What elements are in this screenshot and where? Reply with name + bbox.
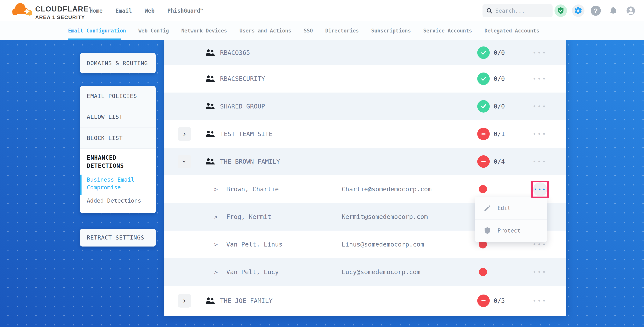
row-menu-button[interactable]: •••: [528, 103, 552, 110]
chevron-right-icon: ›: [183, 297, 186, 305]
help-icon[interactable]: ?: [590, 4, 602, 17]
row-menu-button-open[interactable]: •••: [533, 182, 547, 196]
group-name: THE JOE FAMILY: [220, 297, 272, 305]
group-icon: [205, 49, 214, 56]
enhanced-detections-title: ENHANCED DETECTIONS: [87, 154, 141, 170]
menu-item-protect[interactable]: Protect: [475, 219, 547, 242]
table-row[interactable]: › TEST TEAM SITE 0/1 •••: [164, 120, 566, 148]
tab-sso[interactable]: SSO: [304, 28, 313, 34]
enhanced-detections-section: ENHANCED DETECTIONS Business Email Compr…: [80, 149, 156, 213]
user-email: Lucy@somedemocorp.com: [342, 268, 420, 276]
group-name: TEST TEAM SITE: [220, 130, 272, 138]
expand-button[interactable]: ›: [178, 127, 191, 141]
protection-count: 0/0: [494, 49, 505, 56]
retract-settings-label: RETRACT SETTINGS: [87, 234, 144, 241]
ellipsis-icon: •••: [533, 298, 547, 304]
status-ok-badge: [477, 46, 490, 59]
user-name: Van Pelt, Lucy: [226, 268, 279, 276]
group-name: THE BROWN FAMILY: [220, 158, 280, 165]
chevron-right-icon: ›: [183, 130, 186, 138]
nav-item-home[interactable]: Home: [90, 7, 102, 14]
sidebar-item-business-email-compromise[interactable]: Business Email Compromise: [87, 176, 136, 191]
header-icon-buttons: ?: [554, 4, 637, 17]
active-item-bar: [80, 175, 82, 195]
user-icon[interactable]: [624, 4, 637, 17]
row-menu-button[interactable]: •••: [528, 269, 552, 276]
sidebar-item-email-policies[interactable]: EMAIL POLICIES: [80, 86, 156, 106]
sidebar-policies-card: EMAIL POLICIES ALLOW LIST BLOCK LIST ENH…: [80, 86, 156, 213]
sidebar-item-domains-routing[interactable]: DOMAINS & ROUTING: [80, 53, 156, 73]
row-menu-button[interactable]: •••: [528, 131, 552, 137]
group-icon: [205, 75, 214, 82]
sidebar-item-retract-settings[interactable]: RETRACT SETTINGS: [80, 229, 156, 247]
protection-count: 0/4: [494, 158, 505, 165]
tab-web-config[interactable]: Web Config: [138, 28, 169, 34]
click-highlight-annotation: •••: [531, 181, 549, 198]
group-name: RBACSECURITY: [220, 75, 265, 82]
status-alert-badge: [477, 155, 490, 168]
sidebar-item-allow-list[interactable]: ALLOW LIST: [80, 106, 156, 128]
tab-subscriptions[interactable]: Subscriptions: [371, 28, 411, 34]
nav-item-web[interactable]: Web: [145, 7, 155, 14]
tabs: Email Configuration Web Config Network D…: [0, 21, 644, 40]
status-ok-badge: [477, 72, 490, 85]
tab-service-accounts[interactable]: Service Accounts: [423, 28, 472, 34]
row-context-menu: Edit Protect: [475, 197, 547, 242]
menu-item-edit[interactable]: Edit: [475, 197, 547, 219]
active-tab-underline: [68, 38, 122, 40]
table-row[interactable]: SHARED_GROUP 0/0 •••: [164, 92, 566, 120]
status-ok-badge: [477, 100, 490, 113]
top-header: CLOUDFLARE® AREA 1 SECURITY Home Email W…: [0, 0, 644, 21]
search-icon: [486, 7, 493, 14]
nav-item-phishguard[interactable]: PhishGuard™: [167, 7, 203, 14]
tab-email-configuration[interactable]: Email Configuration: [68, 28, 126, 34]
chevron-down-icon: ›: [180, 160, 188, 163]
ellipsis-icon: •••: [533, 131, 547, 137]
ellipsis-icon: •••: [533, 103, 547, 110]
user-name: Frog, Kermit: [226, 213, 271, 221]
chevron-right-icon: >: [214, 214, 218, 220]
table-row[interactable]: RBACO365 0/0 •••: [164, 40, 566, 65]
search-input[interactable]: [495, 7, 549, 14]
expand-button[interactable]: ›: [178, 294, 191, 308]
logo-subtitle: AREA 1 SECURITY: [35, 14, 91, 20]
group-name: SHARED_GROUP: [220, 103, 265, 110]
user-email: Charlie@somedemocorp.com: [342, 185, 432, 193]
table-row[interactable]: › THE JOE FAMILY 0/5 •••: [164, 286, 566, 316]
bell-icon[interactable]: [607, 4, 620, 17]
row-menu-button[interactable]: •••: [528, 241, 552, 248]
collapse-button[interactable]: ›: [178, 155, 191, 168]
status-alert-badge: [477, 128, 490, 140]
ellipsis-icon: •••: [533, 269, 547, 276]
status-alert-dot: [479, 268, 487, 276]
user-email: Linus@somedemocorp.com: [342, 241, 424, 248]
sidebar-item-added-detections[interactable]: Added Detections: [87, 197, 149, 205]
row-menu-button[interactable]: •••: [528, 49, 552, 56]
nav-item-email[interactable]: Email: [116, 7, 132, 14]
gear-icon[interactable]: [572, 4, 584, 17]
tab-delegated-accounts[interactable]: Delegated Accounts: [484, 28, 539, 34]
search-box[interactable]: [482, 4, 552, 17]
table-row[interactable]: > Van Pelt, Lucy Lucy@somedemocorp.com •…: [164, 258, 566, 286]
shield-check-icon[interactable]: [554, 4, 567, 17]
tab-directories[interactable]: Directories: [325, 28, 359, 34]
status-alert-dot: [479, 185, 487, 193]
pencil-icon: [484, 204, 491, 212]
ellipsis-icon: •••: [533, 158, 547, 165]
protection-count: 0/1: [494, 130, 505, 138]
protection-count: 0/5: [494, 297, 505, 305]
tab-network-devices[interactable]: Network Devices: [181, 28, 227, 34]
status-alert-badge: [477, 295, 490, 307]
table-row[interactable]: › THE BROWN FAMILY 0/4 •••: [164, 148, 566, 175]
chevron-right-icon: >: [214, 186, 218, 193]
row-menu-button[interactable]: •••: [528, 75, 552, 82]
tab-users-and-actions[interactable]: Users and Actions: [240, 28, 291, 34]
row-menu-button[interactable]: •••: [528, 298, 552, 304]
sidebar-item-block-list[interactable]: BLOCK LIST: [80, 128, 156, 149]
row-menu-button[interactable]: •••: [528, 158, 552, 165]
protection-count: 0/0: [494, 103, 505, 110]
ellipsis-icon: •••: [534, 186, 546, 193]
table-row[interactable]: RBACSECURITY 0/0 •••: [164, 65, 566, 92]
app-screen: CLOUDFLARE® AREA 1 SECURITY Home Email W…: [0, 0, 644, 327]
cloudflare-cloud-logo-icon: [12, 2, 34, 18]
